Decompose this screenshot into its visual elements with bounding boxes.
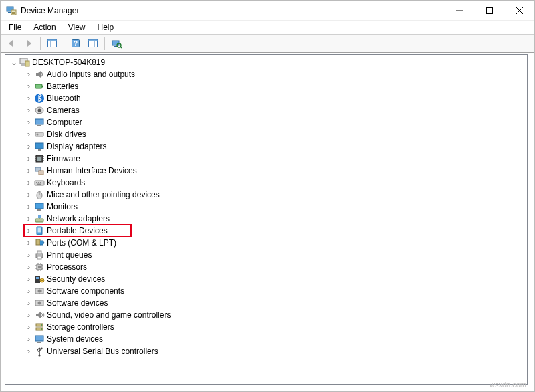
chevron-right-icon[interactable] <box>24 214 33 223</box>
tree-node-label: Network adapters <box>47 214 110 223</box>
svg-rect-78 <box>41 280 43 281</box>
ports-icon <box>34 237 45 248</box>
svg-rect-32 <box>37 125 41 126</box>
tree-node[interactable]: Ports (COM & LPT) <box>21 237 527 249</box>
tree-node[interactable]: Firmware <box>21 153 527 165</box>
tree-node[interactable]: Processors <box>21 261 527 273</box>
menu-action[interactable]: Action <box>28 21 61 33</box>
chevron-right-icon[interactable] <box>24 190 33 199</box>
svg-rect-48 <box>36 182 37 183</box>
tree-node[interactable]: Disk drives <box>21 128 527 140</box>
svg-rect-25 <box>35 84 42 88</box>
chevron-right-icon[interactable] <box>24 226 33 235</box>
svg-rect-63 <box>37 251 41 254</box>
chevron-right-icon[interactable] <box>24 166 33 175</box>
maximize-button[interactable] <box>474 1 504 20</box>
svg-text:?: ? <box>74 40 78 47</box>
chevron-right-icon[interactable] <box>24 70 33 79</box>
tree-node-label: Firmware <box>47 154 80 163</box>
firmware-icon <box>34 153 45 164</box>
svg-rect-49 <box>38 182 39 183</box>
tree-node[interactable]: System devices <box>21 333 527 345</box>
chevron-right-icon[interactable] <box>24 250 33 260</box>
chevron-right-icon[interactable] <box>24 142 33 151</box>
tree-node[interactable]: Monitors <box>21 201 527 213</box>
chevron-right-icon[interactable] <box>24 347 33 356</box>
chevron-right-icon[interactable] <box>24 202 33 211</box>
toolbar-separator <box>104 37 105 50</box>
tree-node[interactable]: Batteries <box>21 80 527 92</box>
svg-rect-64 <box>37 256 41 259</box>
chevron-right-icon[interactable] <box>24 106 33 115</box>
tree-node[interactable]: Network adapters <box>21 213 527 225</box>
tree-node[interactable]: Cameras <box>21 104 527 116</box>
tree-node[interactable]: Mice and other pointing devices <box>21 189 527 201</box>
tree-node[interactable]: Human Interface Devices <box>21 165 527 177</box>
tree-node-label: Bluetooth <box>47 94 81 103</box>
monitor-icon <box>34 201 45 212</box>
tree-node[interactable]: Bluetooth <box>21 92 527 104</box>
show-hide-console-tree-button[interactable] <box>44 36 60 51</box>
svg-rect-38 <box>37 157 41 161</box>
chevron-right-icon[interactable] <box>24 322 33 332</box>
action-placeholder-button[interactable] <box>85 36 101 51</box>
tree-node[interactable]: Audio inputs and outputs <box>21 68 527 80</box>
swcomp-icon <box>34 286 45 296</box>
forward-button[interactable] <box>21 36 37 51</box>
chevron-down-icon[interactable] <box>9 58 19 67</box>
tree-node-label: System devices <box>47 334 103 344</box>
tree-root-node[interactable]: DESKTOP-504K819 <box>7 56 527 68</box>
tree-node-label: Monitors <box>47 202 78 211</box>
tree-node-label: Software components <box>47 286 124 296</box>
tree-node[interactable]: Software components <box>21 285 527 297</box>
camera-icon <box>34 105 45 116</box>
tree-node[interactable]: Storage controllers <box>21 321 527 333</box>
chevron-right-icon[interactable] <box>24 118 33 127</box>
tree-node-label: Mice and other pointing devices <box>47 190 160 199</box>
highlighted-node[interactable]: Portable Devices <box>24 225 131 237</box>
tree-node[interactable]: Software devices <box>21 297 527 309</box>
close-button[interactable] <box>504 1 534 20</box>
chevron-right-icon[interactable] <box>24 94 33 103</box>
chevron-right-icon[interactable] <box>24 310 33 320</box>
chevron-right-icon[interactable] <box>24 298 33 308</box>
svg-rect-26 <box>42 86 43 87</box>
tree-node[interactable]: Display adapters <box>21 140 527 153</box>
chevron-right-icon[interactable] <box>24 238 33 248</box>
device-tree[interactable]: DESKTOP-504K819 Audio inputs and outputs… <box>5 54 528 385</box>
chevron-right-icon[interactable] <box>24 334 33 344</box>
display-icon <box>34 141 45 152</box>
tree-node[interactable]: Universal Serial Bus controllers <box>21 345 527 357</box>
tree-node[interactable]: Keyboards <box>21 177 527 189</box>
tree-node[interactable]: Security devices <box>21 273 527 285</box>
svg-rect-85 <box>41 324 42 326</box>
tree-node[interactable]: Print queues <box>21 249 527 261</box>
chevron-right-icon[interactable] <box>24 262 33 272</box>
scan-hardware-button[interactable] <box>108 36 124 51</box>
chevron-right-icon[interactable] <box>24 178 33 187</box>
chevron-right-icon[interactable] <box>24 82 33 91</box>
tree-node[interactable]: Computer <box>21 116 527 128</box>
back-button[interactable] <box>3 36 19 51</box>
watermark: wsxdn.com <box>490 381 526 389</box>
menu-file[interactable]: File <box>3 21 27 33</box>
tree-node[interactable]: Portable Devices <box>21 225 527 237</box>
swdev-icon <box>34 298 45 308</box>
portable-icon <box>34 225 45 236</box>
svg-rect-16 <box>89 40 98 42</box>
tree-node[interactable]: Sound, video and game controllers <box>21 309 527 321</box>
window-title: Device Manager <box>21 6 444 15</box>
menu-help[interactable]: Help <box>92 21 120 33</box>
chevron-right-icon[interactable] <box>24 154 33 163</box>
menu-view[interactable]: View <box>63 21 91 33</box>
chevron-right-icon[interactable] <box>24 286 33 296</box>
tree-node-label: Ports (COM & LPT) <box>47 238 116 248</box>
svg-rect-19 <box>114 46 117 47</box>
chevron-right-icon[interactable] <box>24 130 33 139</box>
minimize-button[interactable] <box>444 1 474 20</box>
svg-rect-86 <box>41 328 42 330</box>
menu-bar: File Action View Help <box>1 21 534 34</box>
help-button[interactable]: ? <box>68 36 84 51</box>
svg-rect-76 <box>36 277 39 279</box>
chevron-right-icon[interactable] <box>24 274 33 284</box>
